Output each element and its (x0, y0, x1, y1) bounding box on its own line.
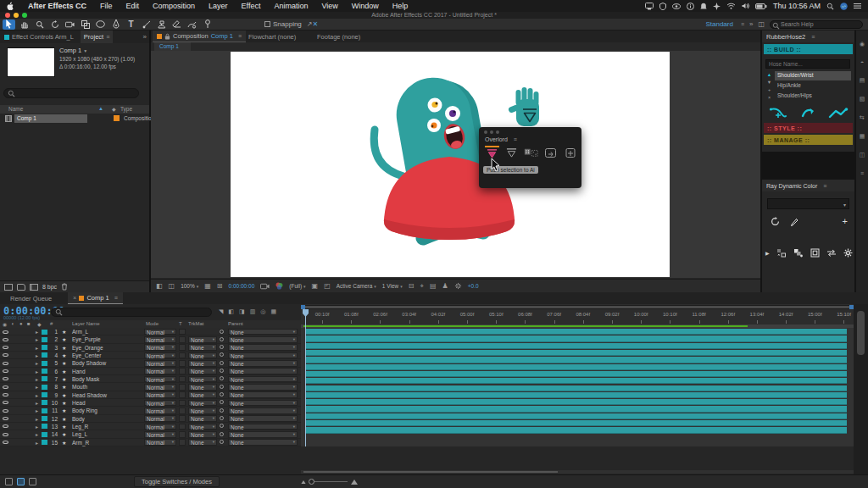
snapshot-camera-icon[interactable] (260, 283, 270, 290)
parent-pickwhip-icon[interactable] (220, 345, 224, 349)
manage-section-header[interactable]: :: MANAGE :: (764, 135, 853, 145)
blend-mode-select[interactable]: Normal (144, 415, 176, 422)
layer-label-swatch[interactable] (42, 400, 47, 405)
menu-item-layer[interactable]: Layer (202, 2, 235, 10)
spotlight-search-icon[interactable] (826, 3, 834, 10)
edit-pencil-icon[interactable] (790, 217, 798, 226)
expand-layer-icon[interactable]: ▸ (36, 431, 38, 437)
layer-visibility-icon[interactable] (3, 330, 8, 334)
settings-gear-icon[interactable] (843, 248, 853, 258)
parent-select[interactable]: None (228, 400, 298, 407)
layer-visibility-icon[interactable] (3, 385, 8, 389)
eye-icon[interactable] (672, 3, 681, 9)
frame-blending-icon[interactable]: ▥ (250, 308, 256, 315)
layer-duration-bar[interactable] (305, 420, 847, 426)
expand-icon[interactable]: ▶ (765, 250, 770, 256)
overlord-floating-panel[interactable]: Overlord ≡ (479, 127, 581, 188)
composition-canvas[interactable] (231, 52, 670, 277)
rig-leg-button[interactable] (828, 107, 849, 119)
menu-item-file[interactable]: File (93, 2, 120, 10)
clone-stamp-tool[interactable] (155, 19, 168, 30)
zoom-slider-knob[interactable] (309, 479, 314, 485)
isolate-icon[interactable] (810, 248, 820, 258)
resolution-select[interactable]: (Full)▾ (289, 283, 305, 289)
layer-duration-bar[interactable] (305, 343, 847, 349)
help-search-input[interactable]: Search Help (770, 20, 863, 29)
layer-name[interactable]: Body Mask (72, 376, 99, 382)
hose-preset-item[interactable]: Hip/Ankle (775, 81, 851, 91)
layer-label-swatch[interactable] (42, 432, 47, 437)
zoom-level-select[interactable]: 100%▾ (181, 283, 198, 289)
info-icon[interactable] (687, 3, 694, 10)
layer-row[interactable]: ▸15★Arm_RNormalNoneNone (0, 439, 301, 446)
layer-visibility-icon[interactable] (3, 409, 8, 413)
parent-pickwhip-icon[interactable] (220, 416, 224, 420)
overlord-window-buttons[interactable] (479, 127, 581, 134)
blend-mode-select[interactable]: Normal (144, 424, 176, 430)
comp-mini-flowchart-icon[interactable]: ◥ (219, 308, 223, 315)
track-matte-select[interactable]: None (188, 400, 217, 407)
expand-layer-icon[interactable]: ▸ (36, 408, 38, 413)
preserve-transparency-checkbox[interactable] (179, 352, 186, 359)
parent-select[interactable]: None (228, 336, 298, 343)
expand-layer-icon[interactable]: ▸ (36, 384, 38, 390)
blend-mode-select[interactable]: Normal (144, 408, 176, 414)
menu-item-after-effects-cc[interactable]: After Effects CC (21, 2, 93, 10)
layer-name[interactable]: Head Shadow (72, 392, 107, 398)
panel-menu-icon[interactable]: ≡ (823, 183, 826, 189)
preserve-transparency-checkbox[interactable] (179, 439, 186, 446)
expand-layer-icon[interactable]: ▸ (36, 376, 38, 382)
preserve-transparency-checkbox[interactable] (179, 336, 186, 343)
layer-row[interactable]: ▸4★Eye_CenterNormalNoneNone (0, 352, 301, 359)
track-matte-select[interactable]: None (188, 376, 217, 383)
layer-visibility-icon[interactable] (3, 346, 8, 349)
menu-item-window[interactable]: Window (345, 2, 386, 10)
layer-label-swatch[interactable] (42, 424, 47, 429)
layer-duration-bar[interactable] (305, 357, 847, 363)
preserve-transparency-checkbox[interactable] (179, 431, 186, 438)
notification-icon[interactable] (700, 3, 707, 10)
palette-select[interactable]: ▾ (767, 198, 849, 209)
style-section-header[interactable]: :: STYLE :: (764, 123, 853, 133)
compass-icon[interactable] (713, 3, 721, 10)
blend-mode-select[interactable]: Normal (144, 329, 176, 336)
layer-row[interactable]: ▸3★Eye_OrangeNormalNoneNone (0, 344, 301, 352)
layer-visibility-icon[interactable] (3, 377, 8, 380)
fast-previews-icon[interactable]: ⌖ (420, 283, 424, 290)
layer-row[interactable]: ▸10★HeadNormalNoneNone (0, 399, 301, 407)
layer-duration-bar[interactable] (305, 371, 847, 377)
workspace-selector[interactable]: Standard (705, 20, 732, 28)
preserve-transparency-checkbox[interactable] (179, 376, 186, 383)
hose-preset-item[interactable]: Shoulder/Wrist (775, 71, 851, 80)
layer-row[interactable]: ▸5★Body ShadowNormalNoneNone (0, 359, 301, 367)
layer-visibility-icon[interactable] (3, 417, 8, 420)
expand-layer-icon[interactable]: ▸ (36, 424, 38, 430)
menu-item-animation[interactable]: Animation (267, 2, 314, 10)
new-hose-button[interactable] (769, 107, 787, 119)
swap-artboard-button[interactable] (543, 146, 558, 159)
select-by-color-icon[interactable] (776, 248, 787, 258)
parent-select[interactable]: None (228, 360, 298, 367)
layer-name[interactable]: Body Shadow (72, 360, 106, 366)
layer-name[interactable]: Arm_L (72, 329, 88, 335)
preserve-transparency-checkbox[interactable] (179, 329, 186, 336)
layer-duration-bar[interactable] (305, 336, 847, 341)
refresh-icon[interactable] (771, 217, 780, 226)
magnification-icon[interactable]: ◫ (169, 283, 175, 290)
layer-label-swatch[interactable] (42, 352, 47, 358)
layer-label-swatch[interactable] (42, 361, 47, 366)
menu-item-effect[interactable]: Effect (235, 2, 268, 10)
preserve-transparency-checkbox[interactable] (179, 360, 186, 367)
layer-label-swatch[interactable] (42, 440, 47, 445)
track-matte-select[interactable]: None (188, 431, 217, 438)
parent-pickwhip-icon[interactable] (220, 408, 224, 413)
workspace-overflow-chevron[interactable]: » (749, 21, 753, 28)
dock-icon-paragraph[interactable]: ≡ (860, 170, 864, 176)
parent-pickwhip-icon[interactable] (220, 361, 224, 365)
layer-duration-bar[interactable] (305, 350, 847, 356)
layer-visibility-icon[interactable] (3, 338, 8, 341)
motion-blur-icon[interactable]: ◎ (260, 308, 265, 315)
menu-item-composition[interactable]: Composition (146, 2, 202, 10)
preserve-transparency-checkbox[interactable] (179, 344, 186, 351)
siri-icon[interactable] (840, 3, 848, 10)
